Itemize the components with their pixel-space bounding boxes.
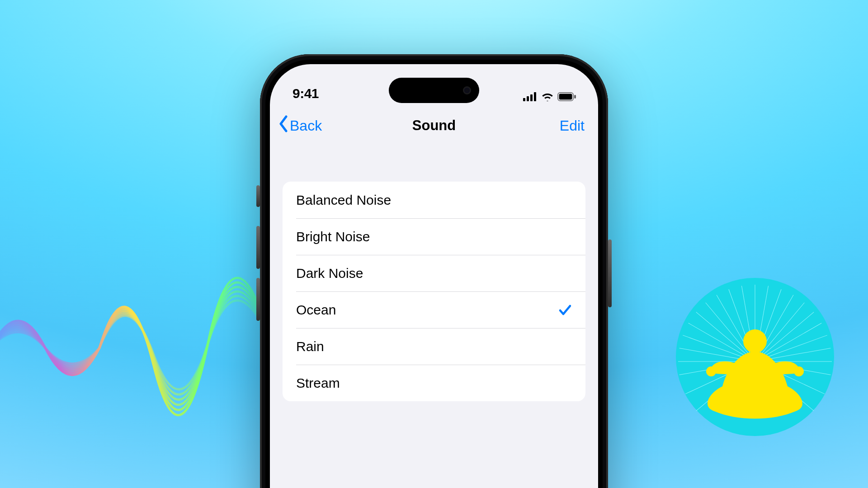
svg-rect-30 (527, 96, 529, 101)
phone-volume-down (256, 278, 260, 321)
sound-option-label: Balanced Noise (296, 192, 391, 208)
sound-option[interactable]: Dark Noise (283, 255, 585, 291)
back-button[interactable]: Back (278, 115, 322, 136)
svg-rect-34 (559, 94, 572, 100)
sound-option-label: Dark Noise (296, 266, 363, 281)
sound-option[interactable]: Balanced Noise (283, 182, 585, 218)
meditation-graphic (669, 271, 841, 443)
phone-volume-up (256, 226, 260, 269)
sound-option[interactable]: Bright Noise (283, 218, 585, 255)
sound-option-label: Bright Noise (296, 229, 370, 244)
phone-screen: 9:41 Back Sound Edi (270, 64, 598, 488)
phone-mockup: 9:41 Back Sound Edi (260, 54, 608, 488)
phone-power-button (608, 239, 612, 307)
edit-button[interactable]: Edit (560, 117, 585, 134)
sound-option[interactable]: Rain (283, 328, 585, 365)
sound-list: Balanced NoiseBright NoiseDark NoiseOcea… (283, 182, 585, 401)
dynamic-island (389, 78, 479, 103)
checkmark-icon (558, 303, 572, 317)
svg-rect-31 (530, 94, 533, 101)
back-label: Back (290, 117, 322, 134)
svg-point-28 (794, 366, 804, 376)
sound-option[interactable]: Ocean (283, 291, 585, 328)
sound-wave-graphic (0, 276, 262, 402)
phone-mute-switch (256, 185, 260, 207)
sound-option-label: Ocean (296, 302, 336, 318)
wifi-icon (541, 92, 554, 101)
sound-option-label: Rain (296, 339, 324, 354)
battery-icon (557, 92, 576, 101)
svg-rect-35 (574, 95, 576, 99)
chevron-left-icon (278, 115, 288, 136)
svg-rect-29 (523, 98, 525, 101)
sound-option-label: Stream (296, 375, 340, 391)
nav-bar: Back Sound Edit (270, 108, 598, 144)
svg-point-26 (743, 329, 767, 353)
status-time: 9:41 (292, 86, 319, 101)
svg-rect-32 (534, 92, 536, 101)
svg-point-27 (706, 366, 716, 376)
cellular-signal-icon (523, 92, 538, 101)
sound-option[interactable]: Stream (283, 365, 585, 401)
